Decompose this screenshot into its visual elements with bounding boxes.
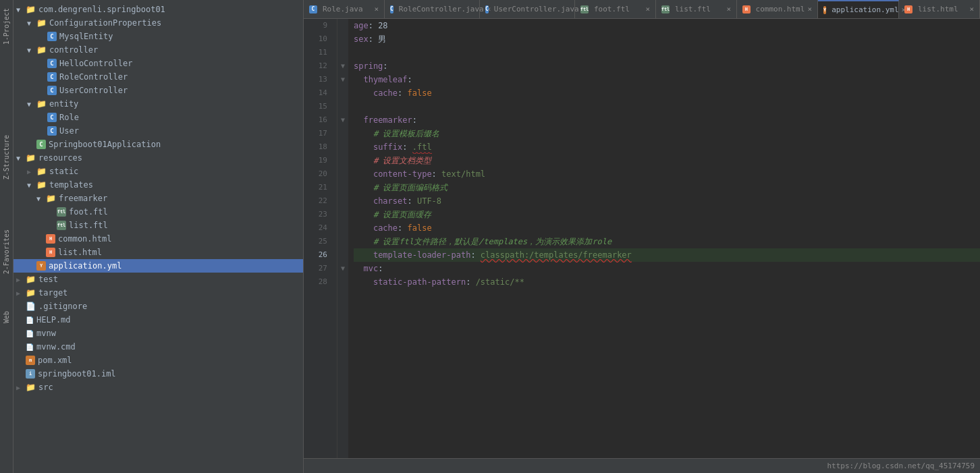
yaml-indent (354, 262, 363, 275)
arrow-icon: ▼ (27, 101, 36, 108)
line-num-15: 15 (304, 100, 331, 113)
yaml-val: /static/** (476, 275, 524, 289)
yaml-comment-red: # 设置文档类型 (373, 154, 431, 167)
tab-close[interactable]: × (645, 5, 650, 13)
tab-list-ftl[interactable]: ftl list.ftl × (656, 0, 737, 18)
line-num-22: 22 (304, 194, 331, 208)
tree-item-configprops[interactable]: ▼ 📁 ConfigurationProperties (13, 16, 303, 30)
fold-26 (337, 248, 348, 262)
fold-10 (337, 32, 348, 46)
tab-common-html[interactable]: H common.html × (737, 0, 818, 18)
yaml-indent (354, 221, 373, 235)
fold-27[interactable]: ▼ (337, 262, 348, 275)
fold-16[interactable]: ▼ (337, 113, 348, 127)
tree-item-foot-ftl[interactable]: ftl foot.ftl (13, 205, 303, 219)
tree-item-springboot-iml[interactable]: i springboot01.iml (13, 367, 303, 381)
tree-item-target[interactable]: ▶ 📁 target (13, 286, 303, 300)
code-line-28: static-path-pattern: /static/** (354, 275, 980, 289)
folder-icon: 📁 (36, 180, 47, 190)
tree-item-mysqlentity[interactable]: C MysqlEntity (13, 30, 303, 43)
structure-tool-label[interactable]: Z-Structure (3, 132, 10, 182)
tree-label: common.html (58, 234, 111, 244)
yml-icon: Y (36, 261, 46, 271)
tab-rolecontroller-java[interactable]: C RoleController.java × (385, 0, 480, 18)
tree-item-role[interactable]: C Role (13, 111, 303, 124)
java-tab-icon: C (309, 5, 317, 13)
line-num-12: 12 (304, 59, 331, 73)
line-num-21: 21 (304, 181, 331, 194)
tree-item-gitignore[interactable]: 📄 .gitignore (13, 300, 303, 313)
code-line-14: cache: false (354, 86, 980, 100)
project-tree: ▼ 📁 com.dengrenli.springboot01 ▼ 📁 Confi… (13, 0, 303, 473)
folder-icon: 📁 (26, 288, 36, 298)
tree-item-rolecontroller[interactable]: C RoleController (13, 70, 303, 84)
tab-list-html[interactable]: H list.html × (899, 0, 980, 18)
code-area[interactable]: age: 28 sex: 男 spring: thymeleaf: (348, 19, 980, 458)
tree-label: list.ftl (69, 221, 108, 230)
fold-28 (337, 275, 348, 289)
tab-close[interactable]: × (969, 5, 974, 13)
tab-foot-ftl[interactable]: ftl foot.ftl × (575, 0, 656, 18)
web-tool-label[interactable]: Web (3, 308, 10, 326)
fold-17 (337, 127, 348, 140)
project-sidebar: ▼ 📁 com.dengrenli.springboot01 ▼ 📁 Confi… (13, 0, 304, 473)
yaml-key: age (354, 19, 369, 32)
ftl-icon: ftl (57, 207, 66, 217)
tree-item-static[interactable]: ▶ 📁 static (13, 165, 303, 178)
tree-item-controller[interactable]: ▼ 📁 controller (13, 43, 303, 57)
status-url[interactable]: https://blog.csdn.net/qq_45174759 (827, 462, 975, 470)
arrow-icon: ▼ (16, 6, 26, 13)
tree-item-mvnw-cmd[interactable]: 📄 mvnw.cmd (13, 340, 303, 354)
line-num-13: 13 (304, 73, 331, 86)
tree-item-entity[interactable]: ▼ 📁 entity (13, 97, 303, 111)
tree-item-user[interactable]: C User (13, 124, 303, 138)
yaml-key: charset (373, 194, 408, 208)
pom-icon: m (26, 356, 35, 365)
tab-role-java[interactable]: C Role.java × (304, 0, 385, 18)
tree-item-list-html[interactable]: H list.html (13, 246, 303, 259)
tab-close[interactable]: × (807, 5, 812, 13)
tree-item-src[interactable]: ▶ 📁 src (13, 381, 303, 394)
fold-12[interactable]: ▼ (337, 59, 348, 73)
tree-item-help-md[interactable]: 📄 HELP.md (13, 313, 303, 327)
tree-label: HELP.md (36, 315, 71, 325)
tree-item-freemarker[interactable]: ▼ 📁 freemarker (13, 192, 303, 205)
tab-label: list.html (918, 5, 958, 13)
tree-item-templates[interactable]: ▼ 📁 templates (13, 178, 303, 192)
tree-item-resources[interactable]: ▼ 📁 resources (13, 151, 303, 165)
tab-usercontroller-java[interactable]: C UserController.java × (480, 0, 575, 18)
fold-11 (337, 46, 348, 59)
code-line-21: # 设置页面编码格式 (354, 181, 980, 194)
tree-item-application-yml[interactable]: Y application.yml (13, 259, 303, 273)
project-tool-label[interactable]: 1-Project (3, 5, 10, 47)
folder-icon: 📁 (26, 5, 36, 14)
fold-13[interactable]: ▼ (337, 73, 348, 86)
yaml-indent (354, 248, 373, 262)
tree-item-springbootapp[interactable]: C Springboot01Application (13, 138, 303, 151)
tree-item-hellocontroller[interactable]: C HelloController (13, 57, 303, 70)
tree-item-list-ftl[interactable]: ftl list.ftl (13, 219, 303, 232)
html-tab-icon: H (742, 5, 751, 13)
tree-label: mvnw (36, 329, 56, 338)
yaml-colon: : (398, 221, 407, 235)
tree-item-test[interactable]: ▶ 📁 test (13, 273, 303, 286)
tree-item-mvnw[interactable]: 📄 mvnw (13, 327, 303, 340)
yaml-indent (354, 113, 363, 127)
yaml-colon: : (412, 113, 417, 127)
tree-item-usercontroller[interactable]: C UserController (13, 84, 303, 97)
arrow-icon: ▶ (16, 384, 26, 391)
tab-close[interactable]: × (726, 5, 731, 13)
tree-item-pom-xml[interactable]: m pom.xml (13, 354, 303, 367)
code-line-24: cache: false (354, 221, 980, 235)
fold-21 (337, 181, 348, 194)
yaml-val: text/html (441, 167, 485, 181)
java-tab-icon: C (485, 5, 489, 13)
tab-close[interactable]: × (374, 5, 379, 13)
favorites-tool-label[interactable]: 2-Favorites (3, 227, 10, 277)
tab-application-yml[interactable]: Y application.yml × (818, 0, 899, 18)
tree-item-common-html[interactable]: H common.html (13, 232, 303, 246)
folder-icon: 📁 (26, 153, 36, 163)
yaml-comment: # 设置页面编码格式 (373, 181, 447, 194)
fold-9 (337, 19, 348, 32)
tree-item-com-pkg[interactable]: ▼ 📁 com.dengrenli.springboot01 (13, 3, 303, 16)
